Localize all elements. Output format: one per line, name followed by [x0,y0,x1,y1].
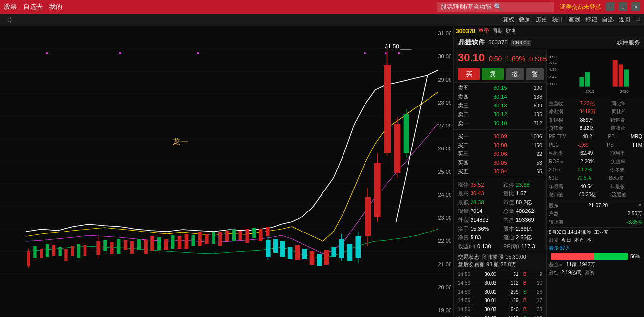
nav-mine[interactable]: 我的 [49,2,62,11]
stat-zhang-ting: 涨停 35.52 [458,180,497,189]
stat-wai-pan: 外盘 214893 [458,215,497,224]
y-label-3000: 30.00 [430,53,453,59]
tool-huaxian[interactable]: 画线 [569,16,580,24]
svg-point-81 [197,52,199,54]
fin-tab-period[interactable]: 同期 [492,27,503,35]
svg-point-79 [46,52,48,54]
svg-rect-63 [347,244,352,261]
svg-rect-56 [302,249,307,259]
tool-tongji[interactable]: 统计 [552,16,564,24]
stock-sector: 软件服务 [617,39,640,47]
stock-mini-header: 300378 单季 同期 财务 [454,26,644,36]
svg-rect-21 [77,244,80,258]
stats-row-2: 最高 30.43 量比 1.67 [458,189,542,198]
current-price: 30.10 [458,51,485,64]
table-row: 14:56 30.01 299 S 26 [454,288,546,296]
login-status[interactable]: 证券交易未登录 [560,3,601,11]
trade-status: 交易状态: 闭市阶段 15:30:00 盘后交易额 93 额 28.0万 [454,252,546,270]
ob-buy-2: 买二 30.08 150 [458,141,542,149]
fin-row-9: 60日 70.5% Beta值 [549,174,642,182]
svg-point-82 [364,52,366,54]
svg-text:31.50: 31.50 [385,43,399,49]
svg-rect-34 [164,239,168,250]
price-extra-pct: 0.53% [529,55,547,63]
svg-rect-43 [225,231,229,241]
checkbox-area[interactable]: ☐ [635,16,640,24]
tool-diejia[interactable]: 叠加 [519,16,531,24]
svg-rect-37 [185,234,188,249]
svg-rect-55 [295,245,300,260]
close-icon[interactable]: ✕ [631,2,640,11]
search-icon[interactable]: 🔍 [494,3,502,11]
tool-fuquan[interactable]: 复权 [502,16,514,24]
stat-zui-gao: 最高 30.43 [458,189,497,198]
stock-header: 鼎捷软件 300378 CRI000 软件服务 [454,36,644,49]
nav-watchlist[interactable]: 自选去 [23,2,43,11]
svg-rect-42 [218,232,222,246]
svg-rect-44 [232,229,236,241]
svg-point-84 [398,52,400,54]
eye-row: 眼光 今日 本周 本 [549,236,642,244]
stat-zong-liang: 总量 408262 [503,207,542,215]
cancel-button[interactable]: 撤 [506,68,524,80]
fin-divider-1 [549,200,642,200]
chart-area[interactable]: 31.50 龙一 31.00 30.00 29.00 28.00 27.00 2… [0,26,453,317]
svg-text:7.42: 7.42 [549,61,557,65]
svg-rect-48 [259,229,262,241]
svg-text:2019: 2019 [585,89,594,94]
tool-biaoji[interactable]: 标记 [585,16,597,24]
fin-row-3: 货币金 8.12亿 应收款 [549,124,642,132]
sell-button[interactable]: 卖 [482,68,504,80]
stock-code-mini: 300378 [456,28,475,35]
svg-rect-74 [404,114,409,153]
nav-stock[interactable]: 股票 [4,2,17,11]
fin-row-0: 主营收 7.23亿 同比% [549,99,642,107]
tool-fanhui[interactable]: 返回 [619,16,630,24]
fin-chart: 9.90 7.42 4.95 2.47 0.00 2019 2020 [547,49,644,98]
table-row: 14:56 30.03 112 B 10 [454,279,546,288]
buy-button[interactable]: 买 [458,68,480,80]
tool-lishi[interactable]: 历史 [536,16,547,24]
svg-rect-59 [324,250,329,265]
sentiment-label: 看多 37人 [549,244,570,252]
minimize-icon[interactable]: ─ [606,2,615,11]
table-row: 14:56 30.01 129 B 17 [454,296,546,305]
toolbar-left: （) [4,16,12,24]
stat-pe-dong: PE(动) 117.3 [503,242,542,251]
fin-tab-finance[interactable]: 财务 [506,27,516,35]
search-bar[interactable]: 股票/理财/基金功能 🔍 [437,2,554,12]
maximize-icon[interactable]: □ [619,2,627,11]
fin-row-4: PE TTM 48.2 PB MRQ [549,132,642,141]
svg-rect-61 [339,239,344,258]
stats-row-7: 净资 5.83 流通 2.66亿 [458,233,542,242]
svg-rect-64 [355,236,361,258]
price-change: 0.50 [489,55,502,63]
sentiment-bear-bar [594,253,628,260]
ob-sell-2: 卖二 30.12 105 [458,110,542,119]
stats-row-6: 换手 15.36% 股本 2.66亿 [458,224,542,233]
tool-zixuan[interactable]: 自选 [602,16,614,24]
y-axis: 31.00 30.00 29.00 28.00 27.00 26.00 25.0… [430,26,453,317]
fin-row-8: 20日i 33.2% 今年来 [549,166,642,174]
fin-tab-group: 单季 同期 财务 [478,27,516,35]
svg-rect-20 [71,246,74,256]
svg-text:9.90: 9.90 [549,55,557,59]
stats-divider [454,178,546,178]
y-label-2700: 27.00 [430,123,453,128]
fin-divider-2 [549,227,642,228]
chart-annotation: 龙一 [172,137,188,147]
stats-row-4: 现量 7014 总量 408262 [458,207,542,215]
sentiment-label-row: 看多 37人 [549,244,642,252]
arrow-icon: ▼ [638,201,642,210]
warn-button[interactable]: 警 [526,68,544,80]
toolbar-tools: 复权 叠加 历史 统计 画线 标记 自选 返回 ☐ [502,16,640,24]
svg-rect-27 [117,239,120,254]
fin-row-5: PEG -2.69 PS TTM [549,141,642,149]
svg-rect-50 [266,240,271,257]
svg-rect-70 [384,65,391,153]
svg-rect-29 [130,241,134,254]
fin-tab-single[interactable]: 单季 [478,27,489,35]
stat-zui-di: 最低 28.38 [458,198,497,207]
table-row: 14:56 30.00 51 B 9 [454,270,546,279]
svg-rect-26 [110,242,113,254]
